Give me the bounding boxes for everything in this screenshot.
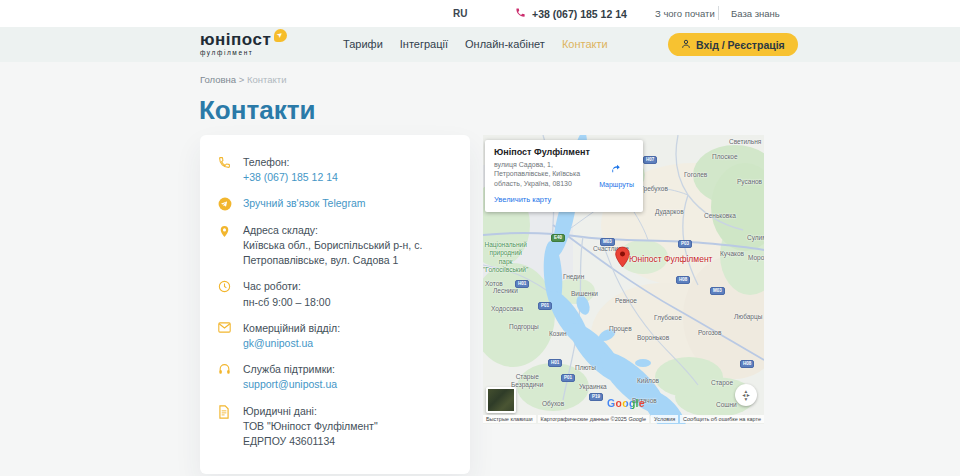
logo-name: юніпост bbox=[200, 31, 271, 48]
map-label: Украинка bbox=[579, 383, 607, 390]
road-badge: H08 bbox=[676, 276, 690, 284]
logo[interactable]: юніпост фулфілмент bbox=[200, 31, 287, 56]
directions-button[interactable]: Маршруты bbox=[599, 160, 634, 188]
map-data-copyright: Картографические данные ©2025 Google bbox=[538, 415, 650, 423]
working-hours: пн-сб 9:00 – 18:00 bbox=[243, 295, 331, 310]
map-label: Плоское bbox=[712, 153, 738, 160]
road-badge: E40 bbox=[551, 234, 565, 242]
google-map[interactable]: КиевДВРЗКняжичіДударковСеньковкаСветильн… bbox=[483, 135, 764, 424]
map-label: Козин bbox=[549, 330, 567, 337]
language-switcher[interactable]: RU bbox=[453, 8, 467, 19]
map-label: Глубокое bbox=[654, 314, 682, 321]
map-label: Кийлов bbox=[637, 377, 659, 384]
contact-label: Час роботи: bbox=[243, 279, 331, 294]
terms-link[interactable]: Условия bbox=[651, 415, 678, 423]
telegram-icon bbox=[218, 196, 233, 211]
contact-label: Комерційний відділ: bbox=[243, 321, 340, 336]
map-label: Гоголев bbox=[684, 171, 707, 178]
map-label: Дударков bbox=[655, 208, 684, 215]
map-label: Ходосовка bbox=[491, 305, 523, 312]
map-label: Любарцы bbox=[734, 313, 762, 320]
road-badge: P01 bbox=[561, 374, 575, 382]
breadcrumb-current: Контакти bbox=[247, 74, 287, 85]
map-label: Лесники bbox=[493, 287, 518, 294]
map-label: Моро bbox=[748, 254, 764, 261]
google-logo: Google bbox=[607, 397, 645, 409]
contact-label: Служба підтримки: bbox=[243, 362, 337, 377]
topbar-link-knowledge-base[interactable]: База знань bbox=[731, 8, 780, 19]
enlarge-map-link[interactable]: Увеличить карту bbox=[494, 195, 551, 204]
contact-label: Телефон: bbox=[243, 155, 338, 170]
support-email-link[interactable]: support@unipost.ua bbox=[243, 377, 337, 392]
telegram-link[interactable]: Зручний зв'язок Telegram bbox=[243, 196, 366, 211]
contact-item-legal: Юридичні дані: ТОВ "Юніпост Фулфілмент" … bbox=[218, 404, 450, 450]
map-label: Хотов bbox=[485, 280, 503, 287]
nav-item-integrations[interactable]: Інтеграції bbox=[400, 38, 448, 50]
topbar-link-start[interactable]: З чого почати bbox=[655, 8, 715, 19]
breadcrumb-separator: > bbox=[239, 74, 245, 85]
map-label: Процев bbox=[609, 325, 632, 332]
nav-item-cabinet[interactable]: Онлайн-кабінет bbox=[465, 38, 545, 50]
topbar-phone-number: +38 (067) 185 12 14 bbox=[532, 8, 627, 20]
report-error-link[interactable]: Сообщить об ошибке на карте bbox=[680, 415, 764, 423]
phone-icon bbox=[218, 155, 233, 185]
logo-subtitle: фулфілмент bbox=[200, 49, 287, 56]
commercial-email-link[interactable]: gk@unipost.ua bbox=[243, 336, 313, 351]
map-label: Ревное bbox=[615, 297, 637, 304]
road-badge: P03 bbox=[678, 240, 692, 248]
contact-item-address: Адреса складу: Київська обл., Бориспільс… bbox=[218, 223, 450, 269]
document-icon bbox=[218, 404, 233, 450]
contact-label: Адреса складу: bbox=[243, 223, 450, 238]
header: юніпост фулфілмент Тарифи Інтеграції Онл… bbox=[0, 27, 960, 62]
breadcrumb: Головна > Контакти bbox=[200, 74, 286, 85]
contact-label: Юридичні дані: bbox=[243, 404, 378, 419]
page-title: Контакти bbox=[199, 95, 315, 126]
road-badge: H01 bbox=[548, 359, 562, 367]
map-info-window: Юніпост Фулфілмент вулиця Садова, 1, Пет… bbox=[485, 140, 643, 212]
road-badge: M03 bbox=[710, 287, 725, 295]
road-badge: M03 bbox=[600, 238, 615, 246]
map-label: Плюты bbox=[575, 364, 596, 371]
main-nav: Тарифи Інтеграції Онлайн-кабінет Контакт… bbox=[343, 38, 608, 50]
map-label: Подгорцы bbox=[509, 323, 539, 330]
headset-icon bbox=[218, 362, 233, 392]
pan-control[interactable] bbox=[735, 384, 757, 406]
nav-item-tariffs[interactable]: Тарифи bbox=[343, 38, 383, 50]
contact-item-support: Служба підтримки: support@unipost.ua bbox=[218, 362, 450, 392]
directions-icon bbox=[610, 162, 623, 175]
road-badge: H01 bbox=[515, 280, 529, 288]
map-label: Сеньковка bbox=[704, 212, 736, 219]
map-label: Светильня bbox=[729, 138, 761, 145]
map-label: Кучаков bbox=[720, 250, 744, 257]
topbar: RU +38 (067) 185 12 14 З чого почати Баз… bbox=[0, 0, 960, 27]
map-label: Требухов bbox=[640, 185, 668, 192]
map-attribution: Быстрые клавиши Картографические данные … bbox=[483, 413, 764, 424]
road-badge: P01 bbox=[538, 302, 552, 310]
road-badge: P19 bbox=[589, 393, 603, 401]
topbar-phone-link[interactable]: +38 (067) 185 12 14 bbox=[515, 7, 627, 20]
map-marker[interactable] bbox=[615, 246, 630, 268]
map-label: Сулим bbox=[747, 234, 764, 241]
legal-edrpou: ЕДРПОУ 43601134 bbox=[243, 434, 378, 449]
satellite-view-toggle[interactable] bbox=[486, 387, 516, 413]
nav-item-contacts[interactable]: Контакти bbox=[562, 38, 608, 50]
map-label: Старое bbox=[711, 379, 733, 386]
map-label: Русанов bbox=[737, 178, 762, 185]
user-icon bbox=[681, 39, 691, 51]
contact-item-phone: Телефон: +38 (067) 185 12 14 bbox=[218, 155, 450, 185]
map-label: Рогозов bbox=[698, 329, 721, 336]
clock-icon bbox=[218, 279, 233, 309]
breadcrumb-home[interactable]: Головна bbox=[200, 74, 236, 85]
keyboard-shortcuts-link[interactable]: Быстрые клавиши bbox=[483, 415, 536, 423]
map-label: Сошни bbox=[716, 401, 737, 408]
map-marker-label: Юніпост Фулфілмент bbox=[629, 254, 713, 264]
login-button[interactable]: Вхід / Реєстрація bbox=[668, 33, 798, 56]
map-label: Вороньков bbox=[637, 334, 669, 341]
map-label: Старые Безрадичи bbox=[511, 373, 543, 389]
envelope-icon bbox=[218, 321, 233, 351]
contact-item-telegram: Зручний зв'язок Telegram bbox=[218, 196, 450, 211]
phone-link[interactable]: +38 (067) 185 12 14 bbox=[243, 170, 338, 185]
warehouse-address: Київська обл., Бориспільський р-н, с. Пе… bbox=[243, 238, 450, 268]
contact-item-commercial: Комерційний відділ: gk@unipost.ua bbox=[218, 321, 450, 351]
legal-company: ТОВ "Юніпост Фулфілмент" bbox=[243, 419, 378, 434]
